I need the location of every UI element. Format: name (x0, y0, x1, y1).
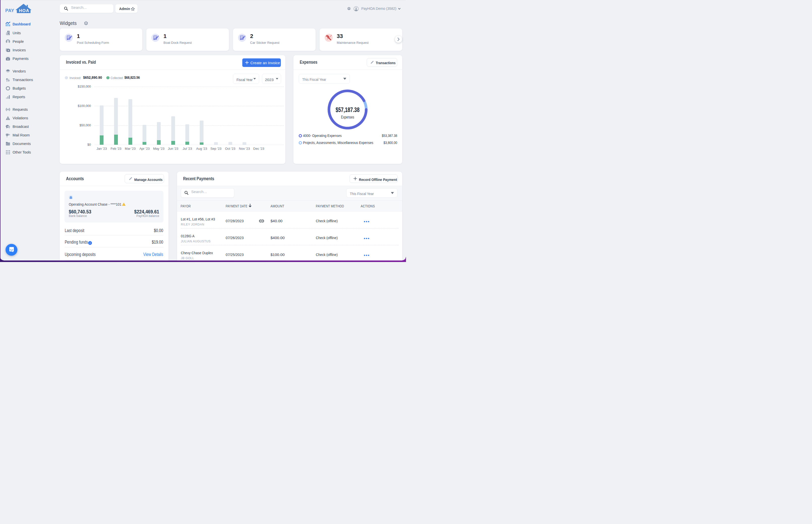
svg-text:HOA: HOA (19, 8, 29, 13)
svg-text:i: i (90, 242, 91, 244)
svg-text:PAY: PAY (5, 8, 14, 13)
